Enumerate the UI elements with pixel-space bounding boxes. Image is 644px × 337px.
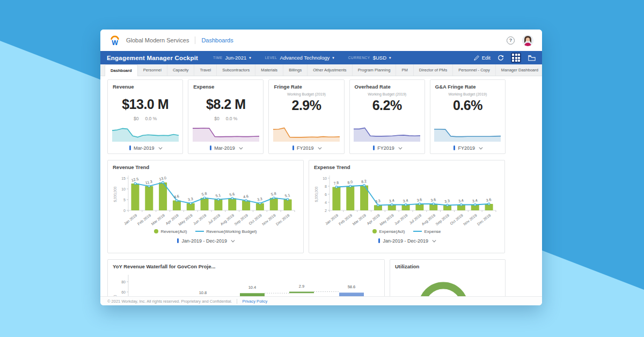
kpi-subtitle: Working Budget (2019) bbox=[350, 92, 425, 96]
period-selector[interactable]: Jan-2019 - Dec-2019 bbox=[309, 235, 504, 246]
period-label: FY2019 bbox=[297, 145, 314, 151]
breadcrumb-dashboards-link[interactable]: Dashboards bbox=[201, 37, 233, 43]
tab-director-of-pms[interactable]: Director of PMs bbox=[414, 64, 453, 76]
data-labels: 12.511.313.04.63.35.85.15.64.63.35.85.1 bbox=[131, 176, 290, 202]
kpi-delta: $00.0 % bbox=[188, 116, 263, 121]
kpi-card-expense: Expense$8.2 M$00.0 %Mar-2019 bbox=[188, 79, 264, 154]
edit-button[interactable]: Edit bbox=[474, 55, 491, 61]
waterfall-bars: 10.810.42.958.6 bbox=[191, 284, 364, 296]
folder-icon[interactable] bbox=[528, 55, 536, 61]
tab-billings[interactable]: Billings bbox=[283, 64, 308, 76]
y-axis-label: $,000,000 bbox=[113, 295, 117, 296]
filter-label: TIME bbox=[213, 56, 223, 60]
svg-text:13.0: 13.0 bbox=[159, 176, 167, 181]
svg-text:3.4: 3.4 bbox=[389, 199, 394, 203]
kpi-sparkline bbox=[272, 124, 341, 142]
workday-logo-icon[interactable]: W bbox=[109, 34, 121, 46]
user-avatar[interactable] bbox=[522, 35, 533, 46]
svg-text:12.5: 12.5 bbox=[131, 177, 139, 182]
svg-text:W: W bbox=[112, 39, 118, 46]
kpi-title: Revenue bbox=[108, 80, 182, 90]
legend-item: Revenue(Working Budget) bbox=[195, 229, 257, 234]
svg-text:Dec 2019: Dec 2019 bbox=[477, 213, 492, 226]
refresh-icon[interactable] bbox=[497, 55, 504, 61]
legend-item: Revenue(Act) bbox=[154, 229, 187, 234]
legend-item: Expense bbox=[413, 229, 441, 234]
kpi-delta-amount: $0 bbox=[214, 116, 219, 121]
tab-pm[interactable]: PM bbox=[396, 64, 413, 76]
period-selector[interactable]: Mar-2019 bbox=[108, 142, 182, 153]
budget-line-series bbox=[134, 181, 289, 204]
header-filter-time[interactable]: TIMEJun-2021▾ bbox=[213, 55, 251, 61]
svg-text:8: 8 bbox=[325, 185, 327, 188]
caret-down-icon: ▾ bbox=[389, 56, 391, 60]
svg-text:3.4: 3.4 bbox=[458, 199, 464, 203]
tab-manager-dashboard[interactable]: Manager Dashboard bbox=[496, 64, 542, 76]
period-selector[interactable]: FY2019 bbox=[430, 142, 505, 153]
tab-personnel-copy[interactable]: Personnel - Copy bbox=[453, 64, 496, 76]
revenue-trend-card: Revenue Trend 051015$,000,00012.511.313.… bbox=[107, 160, 304, 253]
chart-legend: Expense(Act)Expense bbox=[309, 228, 504, 235]
expense-trend-card: Expense Trend 246810$,000,0007.88.08.23.… bbox=[309, 160, 505, 253]
legend-bar-swatch bbox=[154, 229, 158, 233]
svg-text:Jun 2019: Jun 2019 bbox=[193, 213, 207, 225]
tab-subcontractors[interactable]: Subcontractors bbox=[217, 64, 255, 76]
kpi-title: G&A Fringe Rate bbox=[430, 80, 505, 90]
tab-personnel[interactable]: Personnel bbox=[138, 64, 167, 76]
svg-text:5.8: 5.8 bbox=[201, 192, 207, 196]
svg-text:May 2019: May 2019 bbox=[178, 213, 193, 226]
kpi-row: Revenue$13.0 M$00.0 %Mar-2019Expense$8.2… bbox=[107, 79, 506, 154]
period-selector[interactable]: FY2019 bbox=[350, 142, 425, 153]
svg-text:5: 5 bbox=[123, 198, 126, 202]
chevron-down-icon bbox=[239, 146, 243, 149]
trend-row: Revenue Trend 051015$,000,00012.511.313.… bbox=[107, 160, 506, 253]
svg-text:5.6: 5.6 bbox=[229, 192, 235, 197]
legend-line-swatch bbox=[195, 231, 204, 232]
filter-value: Jun-2021 bbox=[225, 55, 247, 61]
svg-text:3.3: 3.3 bbox=[375, 199, 380, 203]
help-icon[interactable]: ? bbox=[507, 36, 515, 45]
header-filter-currency[interactable]: CURRENCY$USD▾ bbox=[348, 55, 391, 61]
period-selector[interactable]: FY2019 bbox=[269, 142, 343, 153]
period-selector[interactable]: Mar-2019 bbox=[188, 142, 263, 153]
tab-dashboard[interactable]: Dashboard bbox=[105, 64, 138, 76]
svg-text:3.4: 3.4 bbox=[402, 199, 408, 203]
chart-title: Revenue Trend bbox=[108, 160, 303, 170]
utilization-card: Utilization bbox=[390, 259, 506, 296]
svg-text:8.2: 8.2 bbox=[361, 179, 367, 184]
kpi-title: Overhead Rate bbox=[350, 80, 425, 90]
kpi-subtitle: Working Budget (2019) bbox=[269, 92, 343, 96]
chevron-down-icon bbox=[318, 146, 321, 149]
period-selector[interactable]: Jan-2019 - Dec-2019 bbox=[108, 235, 303, 246]
pencil-icon bbox=[474, 55, 479, 61]
legend-label: Revenue(Act) bbox=[160, 229, 187, 234]
svg-text:3.3: 3.3 bbox=[187, 197, 193, 202]
header-filter-level[interactable]: LEVELAdvanced Technology▾ bbox=[265, 55, 334, 61]
grid-view-icon[interactable] bbox=[511, 53, 521, 63]
svg-text:Apr 2019: Apr 2019 bbox=[165, 213, 179, 226]
privacy-policy-link[interactable]: Privacy Policy bbox=[242, 299, 267, 304]
kpi-value: 6.2% bbox=[350, 98, 425, 113]
header-filters: TIMEJun-2021▾LEVELAdvanced Technology▾CU… bbox=[213, 55, 391, 61]
tab-capacity[interactable]: Capacity bbox=[167, 64, 195, 76]
tab-program-planning[interactable]: Program Planning bbox=[353, 64, 397, 76]
kpi-sparkline bbox=[353, 124, 421, 142]
kpi-sparkline bbox=[111, 124, 180, 142]
svg-text:Jan 2019: Jan 2019 bbox=[325, 213, 339, 225]
svg-text:0: 0 bbox=[123, 209, 126, 213]
tab-materials[interactable]: Materials bbox=[255, 64, 283, 76]
period-marker-icon bbox=[177, 238, 179, 243]
svg-text:4: 4 bbox=[325, 201, 327, 204]
kpi-card-g-a-fringe-rate: G&A Fringe RateWorking Budget (2019)0.6%… bbox=[430, 79, 506, 154]
svg-text:May 2019: May 2019 bbox=[379, 213, 394, 226]
svg-text:Jun 2019: Jun 2019 bbox=[394, 213, 408, 225]
utilization-gauge bbox=[395, 270, 500, 296]
chart-title: Utilization bbox=[390, 260, 505, 269]
tab-other-adjustments[interactable]: Other Adjustments bbox=[308, 64, 352, 76]
kpi-delta-pct: 0.0 % bbox=[145, 116, 157, 121]
period-label: Mar-2019 bbox=[134, 145, 155, 151]
kpi-title: Expense bbox=[188, 80, 263, 90]
period-marker-icon bbox=[129, 145, 131, 150]
tab-travel[interactable]: Travel bbox=[194, 64, 217, 76]
kpi-sparkline bbox=[433, 124, 502, 142]
